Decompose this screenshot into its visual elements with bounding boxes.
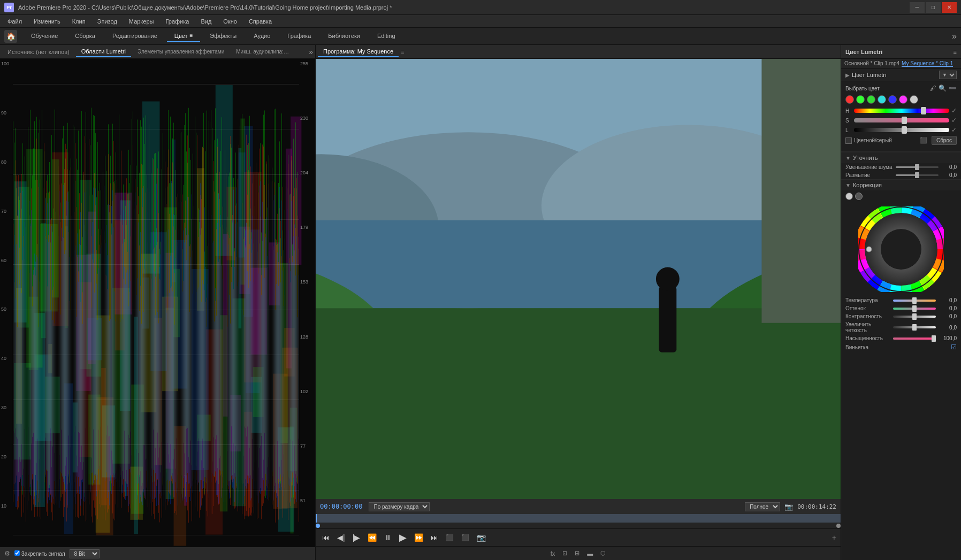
contrast-thumb[interactable] (912, 313, 917, 320)
hue-check[interactable]: ✓ (951, 107, 957, 114)
clip-tab-2[interactable]: My Sequence * Clip 1 (902, 60, 953, 67)
scope-tool-icon[interactable]: ⚙ (4, 550, 10, 557)
tab-learn[interactable]: Обучение (24, 30, 65, 42)
refine-section-header[interactable]: ▼ Уточнить (841, 152, 961, 163)
temperature-thumb[interactable] (912, 297, 917, 304)
btn-scopes[interactable]: ⬡ (598, 549, 608, 558)
tab-effect-controls[interactable]: Элементы управления эффектами (132, 47, 230, 56)
saturation-thumb[interactable] (932, 335, 936, 342)
tab-effects[interactable]: Эффекты (202, 30, 244, 42)
menu-file[interactable]: Файл (2, 17, 27, 26)
menu-graphics[interactable]: Графика (160, 17, 194, 26)
btn-overwrite[interactable]: ⬛ (459, 533, 471, 542)
tint-thumb[interactable] (912, 305, 917, 312)
eyedropper-btn[interactable]: 🖋 (930, 85, 936, 92)
color-gray-checkbox[interactable] (845, 137, 852, 144)
monitor-add-btn[interactable]: + (832, 533, 836, 542)
tab-lumetri-scope[interactable]: Области Lumetri (76, 47, 131, 57)
workspace-more-button[interactable]: » (952, 32, 957, 41)
light-thumb[interactable] (902, 126, 907, 134)
noise-reduction-thumb[interactable] (915, 164, 919, 170)
tab-libraries[interactable]: Библиотеки (321, 30, 368, 42)
swatch-red[interactable] (845, 95, 854, 104)
tab-audio-mixer[interactable]: Микш. аудиоклипа: My Seque... (231, 47, 295, 56)
light-track[interactable] (854, 128, 949, 132)
fit-select[interactable]: По размеру кадра 25% 50% 100% (369, 502, 430, 511)
blur-track[interactable] (896, 174, 939, 176)
btn-prev-edit[interactable]: ⏪ (365, 532, 379, 543)
btn-step-fwd[interactable]: |▶ (350, 532, 363, 543)
clarity-track[interactable] (893, 326, 936, 328)
program-panel-menu[interactable]: ≡ (401, 49, 404, 55)
maximize-button[interactable]: □ (926, 2, 941, 13)
swatch-green2[interactable] (867, 95, 875, 104)
btn-play[interactable]: ▶ (397, 531, 409, 544)
correction-section-header[interactable]: ▼ Коррекция (841, 179, 961, 190)
menu-markers[interactable]: Маркеры (124, 17, 159, 26)
blur-thumb[interactable] (915, 172, 919, 178)
menu-help[interactable]: Справка (243, 17, 277, 26)
source-panel-more[interactable]: » (309, 48, 313, 56)
lock-signal-checkbox[interactable] (14, 550, 20, 556)
btn-next-edit[interactable]: ⏩ (412, 532, 425, 543)
bit-depth-select[interactable]: 8 Bit 16 Bit (70, 549, 100, 558)
tab-assembly[interactable]: Сборка (67, 30, 103, 42)
btn-stop[interactable]: ⏸ (382, 532, 394, 543)
menu-window[interactable]: Окно (218, 17, 242, 26)
menu-edit[interactable]: Изменить (28, 17, 66, 26)
contrast-track[interactable] (893, 316, 936, 318)
swatch-green[interactable] (856, 95, 865, 104)
lumetri-expand-arrow[interactable]: ▶ (845, 72, 850, 78)
btn-insert[interactable]: ⬛ (444, 533, 456, 542)
color-wheel[interactable] (858, 206, 944, 292)
swatch-white[interactable] (910, 95, 918, 104)
correction-dot-white[interactable] (845, 193, 853, 200)
minimize-button[interactable]: ─ (910, 2, 925, 13)
noise-reduction-track[interactable] (896, 166, 939, 168)
sat-thumb[interactable] (902, 117, 907, 124)
btn-safe-margins[interactable]: ▬ (585, 549, 595, 558)
clip-tab-1[interactable]: Основной * Clip 1.mp4 (844, 60, 899, 67)
close-button[interactable]: ✕ (942, 2, 957, 13)
hue-thumb[interactable] (921, 107, 926, 114)
tab-editing[interactable]: Редактирование (105, 30, 165, 42)
sat-check[interactable]: ✓ (951, 117, 957, 124)
lumetri-panel-menu-icon[interactable]: ≡ (954, 49, 957, 55)
color-gray-icon[interactable]: ⬛ (920, 137, 927, 144)
sample-btn[interactable]: 🔍 (939, 85, 947, 92)
swatch-cyan[interactable] (878, 95, 886, 104)
quality-select[interactable]: Полное 1/2 1/4 (745, 502, 780, 511)
reset-button[interactable]: Сброс (932, 136, 957, 145)
sat-track[interactable] (854, 118, 949, 122)
tab-source[interactable]: Источник: (нет клипов) (2, 47, 75, 57)
light-check[interactable]: ✓ (951, 126, 957, 134)
btn-step-back[interactable]: ◀| (335, 532, 347, 543)
tint-track[interactable] (893, 308, 936, 310)
btn-mark-in[interactable]: ⏮ (320, 532, 332, 543)
btn-compare[interactable]: ⊡ (560, 549, 569, 558)
lumetri-preset-select[interactable]: ▼ (939, 71, 957, 79)
tab-color[interactable]: Цвет ≡ (167, 30, 201, 42)
tab-audio[interactable]: Аудио (246, 30, 278, 42)
menu-view[interactable]: Вид (195, 17, 217, 26)
swatch-blue[interactable] (888, 95, 897, 104)
swatch-magenta[interactable] (899, 95, 907, 104)
clarity-thumb[interactable] (912, 324, 917, 331)
menu-sequence[interactable]: Эпизод (92, 17, 123, 26)
temperature-track[interactable] (893, 300, 936, 302)
saturation-track[interactable] (893, 337, 936, 340)
monitor-scrub-bar[interactable] (316, 514, 841, 523)
tab-editing2[interactable]: Editing (370, 30, 403, 42)
vignette-checkbox[interactable]: ☑ (951, 343, 957, 351)
home-button[interactable]: 🏠 (4, 30, 17, 43)
tab-graphics[interactable]: Графика (280, 30, 318, 42)
btn-export-frame[interactable]: 📷 (475, 532, 488, 543)
menu-clip[interactable]: Клип (67, 17, 91, 26)
monitor-timecode-left[interactable]: 00:00:00:00 (320, 503, 362, 510)
btn-mark-out[interactable]: ⏭ (429, 532, 440, 543)
hue-track[interactable] (854, 109, 949, 113)
correction-dot-black[interactable] (855, 193, 863, 200)
btn-overlay[interactable]: ⊞ (573, 549, 582, 558)
minus-btn[interactable]: ➖ (949, 85, 957, 92)
btn-fx[interactable]: fx (548, 549, 558, 558)
